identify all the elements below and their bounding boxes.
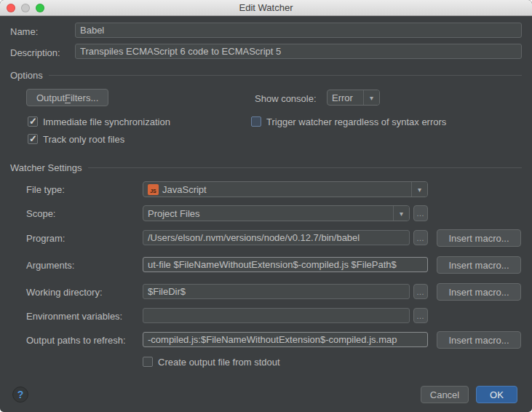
environment-variables-input[interactable] [143, 308, 410, 323]
output-paths-label: Output paths to refresh: [26, 335, 126, 346]
arguments-input[interactable] [143, 257, 428, 272]
title-bar: Edit Watcher [0, 0, 532, 16]
section-divider [49, 75, 522, 76]
track-root-checkbox[interactable] [28, 134, 38, 144]
options-section-header: Options [10, 70, 522, 81]
description-input[interactable] [75, 44, 522, 59]
scope-label: Scope: [26, 208, 55, 219]
chevron-down-icon: ▾ [411, 182, 427, 197]
stdout-checkbox-label[interactable]: Create output file from stdout [158, 357, 280, 368]
environment-variables-browse-button[interactable]: … [413, 308, 428, 323]
description-label: Description: [10, 47, 60, 58]
help-button[interactable]: ? [12, 387, 28, 403]
arguments-label: Arguments: [26, 260, 74, 271]
scope-select[interactable]: Project Files ▾ [143, 205, 410, 221]
track-root-label[interactable]: Track only root files [43, 134, 124, 145]
help-icon: ? [17, 389, 24, 400]
trigger-regardless-label[interactable]: Trigger watcher regardless of syntax err… [266, 116, 446, 127]
cancel-button[interactable]: Cancel [421, 386, 469, 403]
output-paths-insert-macro-button[interactable]: Insert macro... [437, 331, 521, 349]
working-directory-label: Working directory: [26, 287, 103, 298]
edit-watcher-dialog: Edit Watcher Name: Description: Options … [0, 0, 532, 412]
output-filters-label-prefix: Output [36, 92, 65, 103]
scope-value: Project Files [143, 206, 393, 221]
environment-variables-label: Environment variables: [26, 311, 122, 322]
working-directory-browse-button[interactable]: … [413, 284, 428, 299]
chevron-down-icon: ▾ [393, 206, 409, 221]
show-console-label: Show console: [255, 93, 317, 104]
immediate-sync-checkbox[interactable] [28, 116, 38, 127]
working-directory-insert-macro-button[interactable]: Insert macro... [437, 283, 521, 301]
output-filters-label-suffix: ilters... [71, 92, 98, 103]
scope-browse-button[interactable]: … [413, 205, 428, 221]
section-divider [88, 167, 522, 168]
output-paths-input[interactable] [143, 332, 428, 347]
show-console-select[interactable]: Error ▾ [327, 90, 380, 106]
program-label: Program: [26, 233, 65, 244]
watcher-settings-section-header: Watcher Settings [10, 162, 522, 173]
javascript-file-icon: JS [148, 184, 159, 195]
minimize-button[interactable] [21, 4, 30, 12]
immediate-sync-label[interactable]: Immediate file synchronization [43, 116, 170, 127]
output-filters-label-mnemonic: F [65, 92, 71, 103]
name-input[interactable] [75, 23, 522, 38]
file-type-value: JavaScript [162, 184, 207, 195]
zoom-button[interactable] [36, 4, 44, 12]
ok-button[interactable]: OK [476, 386, 517, 403]
chevron-down-icon: ▾ [363, 90, 379, 105]
name-label: Name: [10, 26, 38, 37]
file-type-select[interactable]: JS JavaScript ▾ [143, 181, 428, 197]
close-button[interactable] [7, 4, 15, 12]
working-directory-input[interactable] [143, 284, 410, 299]
arguments-insert-macro-button[interactable]: Insert macro... [437, 256, 521, 274]
program-insert-macro-button[interactable]: Insert macro... [437, 229, 521, 247]
window-title: Edit Watcher [0, 0, 532, 16]
options-section-title: Options [10, 70, 43, 81]
output-filters-button[interactable]: Output Filters... [26, 89, 108, 106]
file-type-label: File type: [26, 184, 65, 195]
show-console-value: Error [327, 90, 363, 105]
program-browse-button[interactable]: … [413, 230, 428, 245]
program-input[interactable] [143, 230, 410, 245]
stdout-checkbox[interactable] [143, 357, 153, 367]
watcher-settings-section-title: Watcher Settings [10, 162, 82, 173]
window-controls [7, 4, 44, 12]
trigger-regardless-checkbox[interactable] [251, 116, 261, 127]
